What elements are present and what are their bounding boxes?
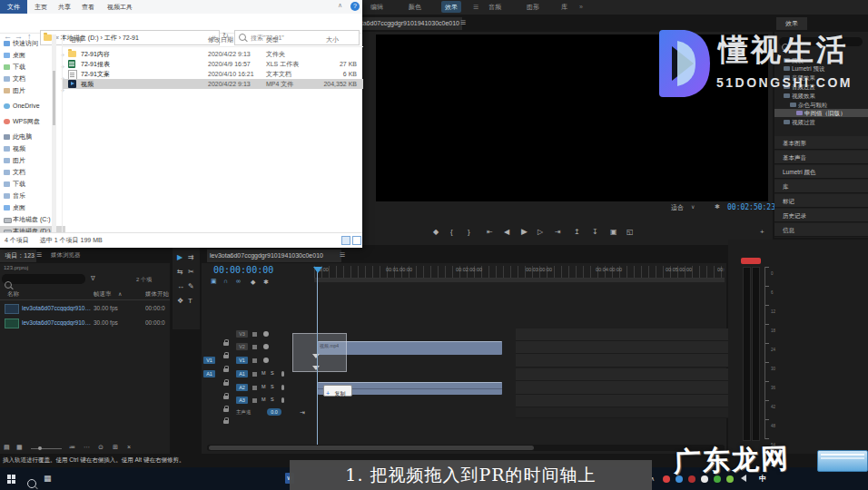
workspace-tab-effects[interactable]: 效果 [441, 1, 461, 13]
filter-bin-icon[interactable]: ∇ [91, 275, 95, 282]
playhead-marker[interactable] [313, 267, 322, 273]
sync-lock-icon[interactable] [252, 372, 257, 377]
nest-icon[interactable]: ▣ [211, 278, 217, 285]
solo-button[interactable]: S [271, 397, 274, 402]
sequence-tab-menu-icon[interactable]: ☰ [340, 251, 345, 259]
file-row-txt[interactable]: 72-91文案 2020/4/10 16:21 文本文档 6 KB [63, 69, 363, 79]
help-icon[interactable]: ? [350, 2, 360, 11]
column-date[interactable]: 修改日期 [208, 34, 233, 45]
monitor-tab[interactable]: lev3ota6d07ccggdgr9101941030c0e010 [362, 17, 462, 30]
timeline-settings-icon[interactable]: ✱ [263, 278, 269, 287]
column-name[interactable]: 名称 [70, 34, 83, 45]
zoom-level-select[interactable]: 适合 [671, 203, 684, 212]
comparison-view-icon[interactable]: ◱ [626, 228, 634, 237]
panel-tab-essential-sound[interactable]: 基本声音 [774, 151, 868, 164]
ribbon-tab-home[interactable]: 主页 [35, 0, 47, 14]
fit-sequence-icon[interactable]: ⇥ [300, 408, 305, 417]
sync-lock-icon[interactable] [252, 345, 257, 349]
export-frame-icon[interactable]: ▣ [610, 228, 617, 237]
source-patch-v1[interactable]: V1 [203, 357, 215, 364]
file-row-xls[interactable]: 72-91报表 2020/4/9 16:57 XLS 工作表 27 KB [63, 59, 363, 69]
column-framerate[interactable]: 帧速率 [94, 290, 112, 299]
snap-icon[interactable]: ∩ [223, 278, 228, 284]
thumbnail-view-icon[interactable] [352, 236, 361, 245]
timeline-timecode[interactable]: 00:00:00:00 [213, 265, 273, 275]
list-view-icon[interactable]: ▤ [4, 443, 10, 452]
clip-indicator[interactable] [741, 258, 761, 264]
zoom-slider-handle[interactable] [38, 446, 42, 450]
goto-out-icon[interactable]: ⇥ [555, 228, 561, 237]
effects-tree-median-legacy[interactable]: 中间值（旧版） [774, 109, 868, 117]
effects-tree-noise-grain[interactable]: 杂色与颗粒 [774, 101, 868, 109]
ribbon-tab-view[interactable]: 查看 [82, 0, 94, 14]
linked-selection-icon[interactable]: ∞ [236, 278, 241, 284]
effects-tree-presets[interactable]: 预设 [774, 56, 868, 64]
panel-tab-markers[interactable]: 标记 [774, 194, 868, 208]
track-badge[interactable]: V2 [236, 343, 248, 350]
icon-view-icon[interactable]: ▦ [16, 443, 23, 452]
step-back-icon[interactable]: ◀ [504, 228, 509, 237]
panel-tab-libraries[interactable]: 库 [774, 180, 868, 193]
slip-tool[interactable]: ↔ [177, 282, 184, 291]
effects-tree-video-transitions[interactable]: 视频过渡 [774, 118, 868, 126]
effects-tree-video-effects[interactable]: 视频效果 [774, 92, 868, 100]
sort-icon[interactable]: ≔ [69, 443, 75, 452]
automate-icon[interactable]: ⋯ [84, 443, 90, 452]
workspace-tab-color[interactable]: 颜色 [409, 0, 421, 15]
add-marker-icon[interactable]: ◆ [433, 228, 439, 237]
voiceover-mic-icon[interactable] [281, 385, 284, 390]
sync-lock-icon[interactable] [252, 398, 257, 403]
scrollbar-thumb[interactable] [209, 446, 534, 450]
zoom-dropdown-icon[interactable]: ∨ [691, 203, 695, 210]
lock-icon[interactable] [223, 420, 229, 424]
voiceover-mic-icon[interactable] [281, 397, 284, 403]
effects-tree-audio-effects[interactable]: 音频效果 [774, 74, 868, 82]
column-media-start[interactable]: 媒体开始 [145, 290, 170, 299]
master-gain-value[interactable]: 0.0 [267, 408, 281, 416]
selection-tool[interactable]: ▶ [177, 253, 182, 261]
project-tab-menu-icon[interactable]: ☰ [36, 251, 42, 259]
hand-tool[interactable]: ❖ [177, 297, 183, 306]
effects-tree-lumetri-presets[interactable]: Lumetri 预设 [774, 64, 868, 73]
solo-button[interactable]: S [271, 370, 274, 376]
track-badge[interactable]: A1 [236, 370, 248, 377]
razor-tool[interactable]: ✂ [188, 268, 194, 277]
mute-button[interactable]: M [261, 384, 266, 389]
effects-panel-tab[interactable]: 效果 [776, 17, 807, 30]
step-forward-icon[interactable]: ▷ [538, 228, 543, 237]
zoom-slider[interactable] [31, 448, 62, 449]
time-ruler[interactable]: 00:00 00:01:00:00 00:02:00:00 00:03:00:0… [314, 266, 725, 279]
add-button-icon[interactable]: + [760, 228, 764, 237]
voiceover-mic-icon[interactable] [281, 371, 284, 377]
timeline-hscrollbar[interactable] [207, 445, 725, 451]
sync-lock-icon[interactable] [252, 332, 257, 337]
panel-tab-history[interactable]: 历史记录 [774, 209, 868, 222]
project-search-input[interactable] [2, 274, 85, 284]
solo-button[interactable]: S [271, 384, 274, 389]
track-badge[interactable]: A2 [236, 384, 248, 391]
media-browser-tab[interactable]: 媒体浏览器 [51, 251, 81, 260]
track-output-icon[interactable] [263, 344, 269, 349]
sync-lock-icon[interactable] [252, 386, 257, 390]
panel-tab-lumetri-color[interactable]: Lumetri 颜色 [774, 165, 868, 179]
start-button[interactable] [7, 475, 16, 484]
column-size[interactable]: 大小 [326, 34, 339, 45]
ribbon-tab-share[interactable]: 共享 [58, 0, 71, 14]
pen-tool[interactable]: ✎ [188, 282, 194, 291]
delete-icon[interactable]: × [127, 443, 131, 452]
track-output-icon[interactable] [263, 358, 269, 363]
panel-tab-info[interactable]: 信息 [774, 223, 868, 237]
track-output-icon[interactable] [263, 331, 269, 337]
monitor-tab-menu-icon[interactable]: ☰ [460, 19, 466, 26]
monitor-settings-icon[interactable]: ✱ [715, 203, 720, 211]
play-icon[interactable]: ▶ [521, 227, 528, 236]
project-item-clip[interactable]: lev3ota6d07ccggdgr9101941030c0e010 30.00… [0, 316, 170, 329]
monitor-timecode[interactable]: 00:02:50:23 [727, 203, 775, 211]
add-marker-icon[interactable]: ◆ [251, 278, 255, 287]
sync-lock-icon[interactable] [252, 358, 257, 363]
ribbon-tab-video-tools[interactable]: 视频工具 [107, 0, 133, 14]
track-select-tool[interactable]: ⇉ [188, 253, 194, 262]
workspace-menu-icon[interactable]: ☰ [473, 0, 478, 15]
track-badge[interactable]: V3 [236, 330, 248, 338]
project-item-sequence[interactable]: lev3ota6d07ccggdgr9101941030c0e010 30.00… [0, 301, 170, 315]
